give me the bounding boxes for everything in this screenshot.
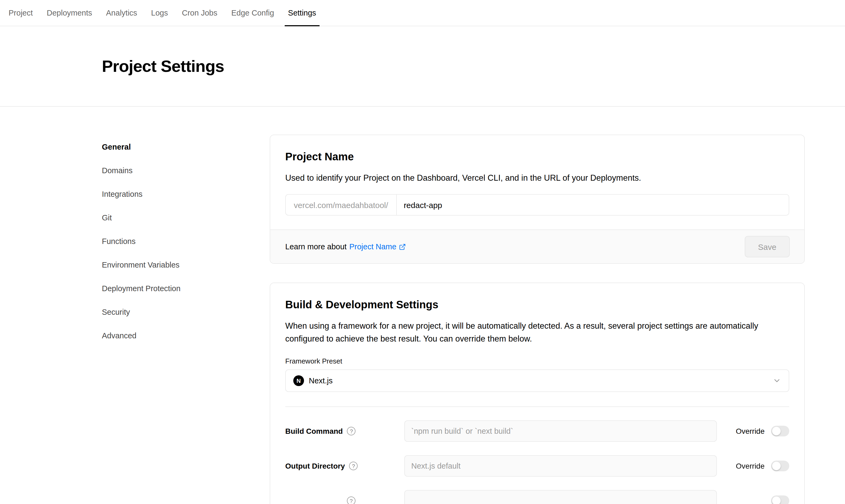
sidebar-item-integrations[interactable]: Integrations [102,182,270,206]
build-command-label-group: Build Command ? [285,427,404,435]
project-name-url-prefix: vercel.com/maedahbatool/ [286,195,397,215]
build-settings-description: When using a framework for a new project… [285,320,789,345]
page: Project Deployments Analytics Logs Cron … [0,0,845,504]
sidebar-item-environment-variables[interactable]: Environment Variables [102,253,270,277]
sidebar-item-advanced[interactable]: Advanced [102,324,270,347]
build-command-override-toggle[interactable] [771,426,789,436]
third-row-override-group [765,496,789,504]
help-icon[interactable]: ? [347,497,356,504]
output-directory-label: Output Directory [285,462,345,470]
sidebar-item-general[interactable]: General [102,135,270,159]
sidebar-item-functions[interactable]: Functions [102,230,270,253]
tab-settings[interactable]: Settings [288,0,316,26]
content: General Domains Integrations Git Functio… [0,107,845,504]
output-directory-label-group: Output Directory ? [285,462,404,470]
override-label: Override [736,462,765,470]
project-name-description: Used to identify your Project on the Das… [285,172,789,184]
sidebar-item-domains[interactable]: Domains [102,159,270,182]
third-row-label-group: ? [285,497,404,504]
output-directory-override-toggle[interactable] [771,461,789,471]
settings-sidebar: General Domains Integrations Git Functio… [102,107,270,504]
external-link-icon [399,243,406,250]
output-directory-input[interactable] [404,455,717,476]
help-icon[interactable]: ? [347,427,356,435]
framework-preset-value: Next.js [309,376,333,385]
build-settings-card-title: Build & Development Settings [285,297,789,312]
save-button[interactable]: Save [745,236,790,257]
tab-cron-jobs[interactable]: Cron Jobs [182,0,217,26]
build-command-row: Build Command ? Override [285,420,789,442]
build-command-input[interactable] [404,420,717,442]
chevron-down-icon [773,376,781,385]
top-nav: Project Deployments Analytics Logs Cron … [0,0,845,26]
tab-edge-config[interactable]: Edge Config [231,0,274,26]
toggle-knob [772,462,781,470]
tab-logs[interactable]: Logs [151,0,168,26]
sidebar-item-security[interactable]: Security [102,300,270,324]
framework-preset-select[interactable]: N Next.js [285,370,789,392]
tab-project[interactable]: Project [8,0,33,26]
third-row-input[interactable] [404,490,717,504]
project-name-input-group: vercel.com/maedahbatool/ [285,194,789,216]
page-title: Project Settings [102,57,224,76]
nextjs-logo-icon: N [293,375,304,386]
project-name-link-label: Project Name [349,242,396,251]
toggle-knob [772,427,781,435]
output-directory-override-group: Override [736,461,789,471]
tab-deployments[interactable]: Deployments [47,0,92,26]
third-row-override-toggle[interactable] [771,496,789,504]
settings-main: Project Name Used to identify your Proje… [270,107,805,504]
build-command-override-group: Override [736,426,789,436]
page-header: Project Settings [0,26,845,107]
help-icon[interactable]: ? [349,462,358,470]
project-name-card-title: Project Name [285,149,789,164]
divider [285,407,789,407]
sidebar-item-deployment-protection[interactable]: Deployment Protection [102,277,270,300]
project-name-card-footer: Learn more about Project Name Save [270,230,804,263]
tab-analytics[interactable]: Analytics [106,0,137,26]
build-command-label: Build Command [285,427,343,435]
third-setting-row: ? [285,490,789,504]
learn-more-text: Learn more about Project Name [285,242,406,251]
output-directory-row: Output Directory ? Override [285,455,789,476]
override-label: Override [736,427,765,435]
project-name-link[interactable]: Project Name [349,242,406,251]
framework-preset-label: Framework Preset [285,357,789,365]
project-name-card: Project Name Used to identify your Proje… [270,134,805,264]
toggle-knob [772,497,781,504]
sidebar-item-git[interactable]: Git [102,206,270,230]
project-name-input[interactable] [397,195,789,215]
learn-more-prefix: Learn more about [285,242,347,251]
build-settings-card: Build & Development Settings When using … [270,283,805,504]
